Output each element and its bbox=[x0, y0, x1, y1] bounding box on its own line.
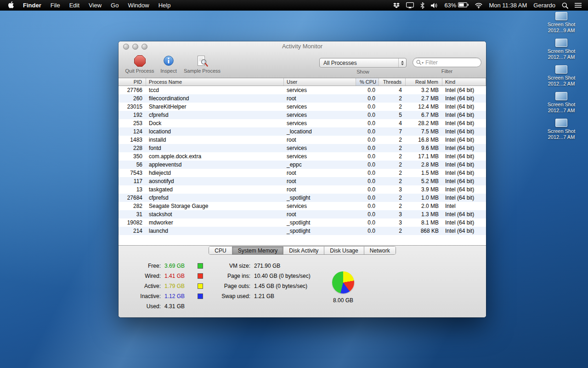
cell-pid: 23015 bbox=[119, 103, 146, 111]
cell-pid: 27684 bbox=[119, 194, 146, 202]
wifi-icon[interactable] bbox=[475, 3, 482, 8]
process-row[interactable]: 27684cfprefsd_spotlight0.021.0 MBIntel (… bbox=[119, 194, 486, 202]
process-row[interactable]: 7543hdiejectdroot0.021.5 MBIntel (64 bit… bbox=[119, 169, 486, 177]
battery-indicator[interactable]: 63% bbox=[444, 2, 469, 9]
memory-stat-label: Wired: bbox=[132, 273, 161, 279]
menu-view[interactable]: View bbox=[84, 2, 106, 9]
cell-user: root bbox=[284, 136, 356, 144]
cell-mem: 1.5 MB bbox=[406, 169, 442, 177]
cell-mem: 1.3 MB bbox=[406, 210, 442, 218]
cell-threads: 2 bbox=[379, 202, 406, 210]
cell-kind: Intel (64 bit) bbox=[442, 136, 486, 144]
desktop-icon-screenshot[interactable]: Screen Shot2012...9 AM bbox=[540, 12, 582, 34]
cell-cpu: 0.0 bbox=[356, 194, 379, 202]
process-row[interactable]: 124locationd_locationd0.077.5 MBIntel (6… bbox=[119, 127, 486, 136]
desktop-icon-screenshot[interactable]: Screen Shot2012...7 AM bbox=[540, 39, 582, 60]
tab-disk-activity[interactable]: Disk Activity bbox=[283, 247, 324, 254]
menu-go[interactable]: Go bbox=[106, 2, 123, 9]
process-row[interactable]: 282Seagate Storage Gaugeservices0.022.0 … bbox=[119, 202, 486, 210]
apple-icon bbox=[8, 1, 14, 10]
cell-name: Dock bbox=[146, 119, 284, 127]
quit-process-button[interactable]: Quit Process bbox=[123, 53, 156, 74]
inspect-button[interactable]: Inspect bbox=[156, 53, 181, 74]
vm-stat-value: 1.21 GB bbox=[254, 293, 274, 299]
cell-name: locationd bbox=[146, 127, 284, 136]
process-row[interactable]: 228fontdservices0.029.6 MBIntel (64 bit) bbox=[119, 144, 486, 152]
cell-kind: Intel (64 bit) bbox=[442, 194, 486, 202]
memory-stat-value: 4.31 GB bbox=[164, 303, 197, 310]
apple-menu[interactable] bbox=[5, 1, 18, 10]
menu-file[interactable]: File bbox=[46, 2, 65, 9]
column-header-process-name[interactable]: Process Name bbox=[146, 78, 284, 86]
process-row[interactable]: 192cfprefsdservices0.056.7 MBIntel (64 b… bbox=[119, 111, 486, 119]
menu-help[interactable]: Help bbox=[154, 2, 175, 9]
cell-name: com.apple.dock.extra bbox=[146, 152, 284, 161]
process-row[interactable]: 260filecoordinationdroot0.022.7 MBIntel … bbox=[119, 94, 486, 103]
zoom-button[interactable] bbox=[141, 44, 147, 50]
process-row[interactable]: 31stackshotroot0.031.3 MBIntel (64 bit) bbox=[119, 210, 486, 218]
process-row[interactable]: 23015ShareKitHelperservices0.0212.4 MBIn… bbox=[119, 103, 486, 111]
spotlight-search-icon[interactable] bbox=[562, 2, 568, 9]
cell-mem: 9.6 MB bbox=[406, 144, 442, 152]
cell-user: services bbox=[284, 103, 356, 111]
column-header-threads[interactable]: Threads bbox=[379, 78, 406, 86]
airplay-display-icon[interactable] bbox=[406, 2, 414, 8]
column-header-real-mem[interactable]: Real Mem bbox=[406, 78, 442, 86]
stats-tabs: CPUSystem MemoryDisk ActivityDisk UsageN… bbox=[209, 246, 396, 255]
user-menu[interactable]: Gerardo bbox=[533, 2, 555, 9]
menu-edit[interactable]: Edit bbox=[65, 2, 84, 9]
inspect-label: Inspect bbox=[160, 68, 176, 74]
close-button[interactable] bbox=[123, 44, 129, 50]
process-row[interactable]: 350com.apple.dock.extraservices0.0217.1 … bbox=[119, 152, 486, 161]
sample-process-button[interactable]: Sample Process bbox=[181, 53, 223, 74]
menu-bar-clock[interactable]: Mon 11:38 AM bbox=[489, 2, 527, 9]
process-row[interactable]: 56appleeventsd_eppc0.022.8 MBIntel (64 b… bbox=[119, 161, 486, 169]
filter-search-field[interactable]: ▾ Filter bbox=[413, 58, 481, 67]
cell-kind: Intel (64 bit) bbox=[442, 227, 486, 235]
cell-kind: Intel (64 bit) bbox=[442, 152, 486, 161]
cell-mem: 2.7 MB bbox=[406, 94, 442, 103]
show-popup-button[interactable]: All Processes bbox=[319, 58, 407, 68]
cell-kind: Intel (64 bit) bbox=[442, 127, 486, 136]
column-header-user[interactable]: User bbox=[284, 78, 356, 86]
cell-name: hdiejectd bbox=[146, 169, 284, 177]
desktop-icon-screenshot[interactable]: Screen Shot2012...7 AM bbox=[540, 119, 582, 140]
process-row[interactable]: 19082mdworker_spotlight0.038.1 MBIntel (… bbox=[119, 218, 486, 227]
process-row[interactable]: 13taskgatedroot0.033.9 MBIntel (64 bit) bbox=[119, 185, 486, 194]
process-row[interactable]: 1483installdroot0.0216.8 MBIntel (64 bit… bbox=[119, 136, 486, 144]
cell-kind: Intel (64 bit) bbox=[442, 103, 486, 111]
show-popup-value: All Processes bbox=[323, 60, 357, 66]
dropbox-icon[interactable] bbox=[393, 3, 400, 8]
menu-finder[interactable]: Finder bbox=[18, 2, 46, 9]
tab-disk-usage[interactable]: Disk Usage bbox=[324, 247, 364, 254]
bluetooth-icon[interactable] bbox=[420, 2, 424, 9]
tab-cpu[interactable]: CPU bbox=[209, 247, 232, 254]
notification-center-icon[interactable] bbox=[575, 3, 582, 8]
menu-bar: FinderFileEditViewGoWindowHelp 63% bbox=[0, 0, 588, 11]
column-header-pid[interactable]: PID bbox=[119, 78, 146, 86]
process-row[interactable]: 253Dockservices0.0428.2 MBIntel (64 bit) bbox=[119, 119, 486, 127]
vm-stat-label: Page ins: bbox=[213, 273, 250, 279]
minimize-button[interactable] bbox=[132, 44, 138, 50]
process-row[interactable]: 214launchd_spotlight0.02868 KBIntel (64 … bbox=[119, 227, 486, 235]
cell-mem: 1.0 MB bbox=[406, 194, 442, 202]
cell-kind: Intel (64 bit) bbox=[442, 111, 486, 119]
filter-label: Filter bbox=[413, 69, 481, 74]
menu-window[interactable]: Window bbox=[123, 2, 153, 9]
screenshot-thumbnail-icon bbox=[555, 119, 567, 127]
process-row[interactable]: 27766tccdservices0.043.2 MBIntel (64 bit… bbox=[119, 86, 486, 94]
volume-icon[interactable] bbox=[431, 3, 438, 8]
tab-system-memory[interactable]: System Memory bbox=[232, 247, 284, 254]
desktop-icon-screenshot[interactable]: Screen Shot2012...2 AM bbox=[540, 65, 582, 87]
memory-stat-label: Active: bbox=[132, 283, 161, 289]
cell-name: cfprefsd bbox=[146, 111, 284, 119]
process-row[interactable]: 117aosnotifydroot0.025.2 MBIntel (64 bit… bbox=[119, 177, 486, 185]
cell-mem: 2.0 MB bbox=[406, 202, 442, 210]
tab-network[interactable]: Network bbox=[364, 247, 396, 254]
cell-pid: 350 bbox=[119, 152, 146, 161]
desktop-icon-screenshot[interactable]: Screen Shot2012...7 AM bbox=[540, 92, 582, 114]
column-header-kind[interactable]: Kind bbox=[442, 78, 486, 86]
cell-mem: 6.7 MB bbox=[406, 111, 442, 119]
column-header--cpu[interactable]: % CPU▼ bbox=[356, 78, 379, 86]
cell-user: services bbox=[284, 86, 356, 94]
